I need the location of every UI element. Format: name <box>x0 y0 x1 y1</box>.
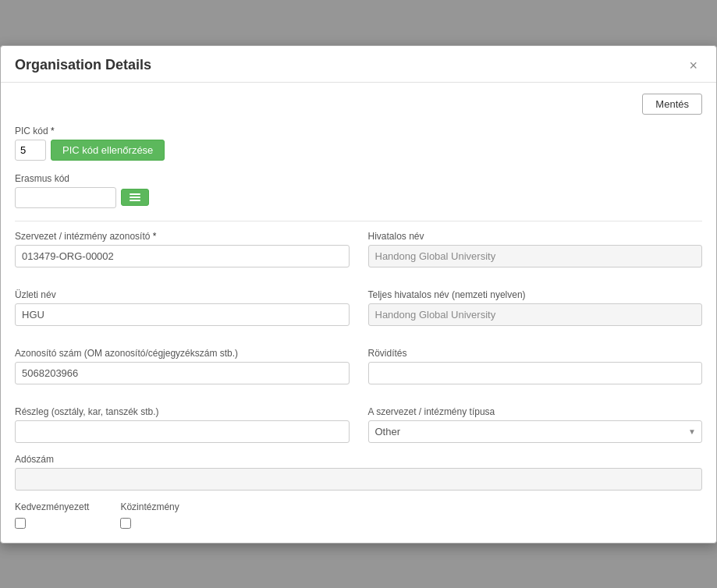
azonosito-szam-input[interactable] <box>15 362 350 384</box>
kedvezmenyezett-group: Kedvezményezett <box>15 501 89 529</box>
tipus-label: A szervezet / intézmény típusa <box>368 406 703 417</box>
reszleg-input[interactable] <box>15 420 350 443</box>
reszleg-label: Részleg (osztály, kar, tanszék stb.) <box>15 406 350 417</box>
teljes-hivatalos-nev-input <box>368 303 703 326</box>
checkbox-row: Kedvezményezett Közintézmény <box>15 501 702 529</box>
toolbar: Mentés <box>15 94 702 115</box>
pic-row: PIC kód ellenőrzése <box>15 140 702 161</box>
tipus-select[interactable]: Other Higher Education Enterprise Resear… <box>368 420 703 443</box>
erasmus-input[interactable] <box>15 187 116 208</box>
hivatalos-nev-field: Hivatalos név <box>368 231 703 267</box>
close-button[interactable]: × <box>684 57 702 74</box>
divider <box>15 221 702 221</box>
list-icon <box>130 193 140 201</box>
teljes-hivatalos-nev-label: Teljes hivatalos név (nemzeti nyelven) <box>368 289 703 300</box>
modal-body: Mentés PIC kód * PIC kód ellenőrzése Era… <box>1 83 716 543</box>
szervezet-input[interactable] <box>15 245 350 267</box>
azonosito-szam-field: Azonosító szám (OM azonosító/cégjegyzéks… <box>15 348 350 384</box>
pic-input[interactable] <box>15 140 46 161</box>
uzleti-nev-input[interactable] <box>15 303 350 326</box>
save-button[interactable]: Mentés <box>642 94 702 115</box>
erasmus-list-button[interactable] <box>121 189 149 206</box>
tipus-select-wrapper: Other Higher Education Enterprise Resear… <box>368 420 703 443</box>
rovidit-label: Rövidítés <box>368 348 703 359</box>
fields-grid: Szervezet / intézmény azonosító * Hivata… <box>15 231 702 454</box>
pic-field-section: PIC kód * PIC kód ellenőrzése <box>15 126 702 161</box>
hivatalos-nev-input <box>368 245 703 267</box>
azonosito-szam-label: Azonosító szám (OM azonosító/cégjegyzéks… <box>15 348 350 359</box>
uzleti-nev-field: Üzleti név <box>15 289 350 326</box>
kedvezmenyezett-label: Kedvezményezett <box>15 501 89 512</box>
rovidit-field: Rövidítés <box>368 348 703 384</box>
adoszam-field: Adószám <box>15 454 702 491</box>
pic-check-button[interactable]: PIC kód ellenőrzése <box>51 140 165 161</box>
modal-title: Organisation Details <box>15 57 151 73</box>
erasmus-row <box>15 187 702 208</box>
modal-overlay: Organisation Details × Mentés PIC kód * … <box>0 0 717 588</box>
modal-header: Organisation Details × <box>1 46 716 83</box>
szervezet-field: Szervezet / intézmény azonosító * <box>15 231 350 267</box>
rovidit-input[interactable] <box>368 362 703 384</box>
kozintezmeny-checkbox[interactable] <box>120 518 131 529</box>
uzleti-nev-label: Üzleti név <box>15 289 350 300</box>
pic-label: PIC kód * <box>15 126 702 136</box>
kedvezmenyezett-checkbox[interactable] <box>15 518 26 529</box>
erasmus-label: Erasmus kód <box>15 173 702 184</box>
kozintezmeny-group: Közintézmény <box>120 501 179 529</box>
organisation-details-modal: Organisation Details × Mentés PIC kód * … <box>0 45 717 544</box>
tipus-field: A szervezet / intézmény típusa Other Hig… <box>368 406 703 443</box>
reszleg-field: Részleg (osztály, kar, tanszék stb.) <box>15 406 350 443</box>
hivatalos-nev-label: Hivatalos név <box>368 231 703 242</box>
teljes-hivatalos-nev-field: Teljes hivatalos név (nemzeti nyelven) <box>368 289 703 326</box>
erasmus-field-section: Erasmus kód <box>15 173 702 208</box>
szervezet-label: Szervezet / intézmény azonosító * <box>15 231 350 242</box>
kozintezmeny-label: Közintézmény <box>120 501 179 512</box>
adoszam-input <box>15 468 702 491</box>
adoszam-label: Adószám <box>15 454 702 465</box>
